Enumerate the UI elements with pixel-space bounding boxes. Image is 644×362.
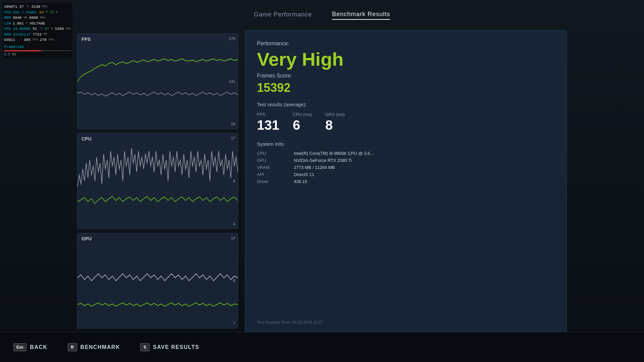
api-sys-key: API [257, 172, 287, 177]
gpu-chart: GPU 14 8 7 [77, 233, 238, 328]
lim-label: LIM [4, 21, 11, 26]
back-label: BACK [30, 344, 47, 350]
driver-sys-key: Driver [257, 179, 287, 184]
gpu-model-label: 2080Ti [4, 4, 17, 10]
frametime-label: Frametime [4, 44, 24, 50]
cpu-temp-val: 51 [33, 26, 37, 32]
tab-game-performance[interactable]: Game Performance [254, 11, 312, 19]
cpu-metric-label: CPU (ms) [293, 112, 312, 117]
cpu-freq-val: 67 [45, 26, 49, 32]
system-info-grid: CPU · Intel(R) Core(TM) i9-9900K CPU @ 3… [257, 151, 555, 184]
test-metrics: FPS 131 CPU (ms) 6 GPU (ms) 8 [257, 112, 555, 132]
performance-rating: Very High [257, 50, 555, 69]
fps2-main: 270 [40, 37, 47, 43]
cpu-chart-label: CPU [82, 136, 92, 141]
frametime-bar-fill [4, 50, 41, 51]
ram-value: 7723 [33, 32, 41, 38]
gpu-metric: GPU (ms) 8 [325, 112, 345, 132]
gpu-mhz: 2130 [32, 4, 40, 10]
charts-panel: FPS 179 131 58 CPU 17 6 4 [77, 30, 238, 332]
test-results-label: Test results (average): [257, 102, 555, 107]
frames-score-value: 15392 [257, 81, 555, 95]
fps-main: 305 [24, 37, 31, 43]
gpu-temp-unit: °C [26, 5, 30, 9]
cpu-use-label: CPU Use / Power [4, 10, 37, 15]
test-session-time: Test Session Time: 06.09.2019 10:27 [257, 320, 323, 325]
cpu-sys-key: CPU [257, 151, 287, 156]
gpu-metric-value: 8 [325, 118, 345, 132]
lim-value: 1.081 [13, 21, 24, 26]
benchmark-label: BENCHMARK [80, 344, 120, 350]
fps-metric-label: FPS [257, 112, 279, 117]
cpu-mhz-val: 5200 [55, 26, 64, 32]
fps-chart: FPS 179 131 58 [77, 34, 238, 129]
mem-value: 3846 [13, 15, 21, 21]
ram-label: RAM 4133CL17 [4, 32, 31, 38]
fps-chart-svg [77, 34, 238, 129]
back-key: Esc [13, 343, 26, 351]
fps-chart-label: FPS [82, 37, 91, 42]
benchmark-button[interactable]: R BENCHMARK [68, 343, 120, 351]
main-content: FPS 179 131 58 CPU 17 6 4 [77, 30, 567, 332]
gpu-sys-val: NVIDIA GeForce RTX 2080 Ti [294, 158, 555, 163]
tab-benchmark-results[interactable]: Benchmark Results [332, 11, 390, 20]
gpu-metric-label: GPU (ms) [325, 112, 345, 117]
gpu-sys-key: GPU [257, 158, 287, 163]
driver-sys-val: 436.15 [294, 179, 555, 184]
d3d11-label: D3D11 [4, 37, 15, 43]
api-sys-val: DirectX 11 [294, 172, 555, 177]
mem2-value: 8000 [29, 15, 38, 21]
cpu-use-pct: 94 [39, 10, 44, 15]
results-panel: Performance: Very High Frames Score: 153… [245, 30, 567, 332]
save-label: SAVE RESULTS [153, 344, 199, 350]
cpu-chart: CPU 17 6 4 [77, 133, 238, 229]
cpu-model-label: CPU i9-9900K [4, 26, 31, 32]
save-results-button[interactable]: S SAVE RESULTS [140, 343, 199, 351]
system-info-label: System Info: [257, 141, 555, 147]
top-navigation: Game Performance Benchmark Results [0, 0, 644, 30]
back-button[interactable]: Esc BACK [13, 343, 48, 351]
frametime-bar [4, 50, 71, 51]
fps-metric: FPS 131 [257, 112, 279, 132]
fps-metric-value: 131 [257, 118, 279, 132]
vram-sys-key: VRAM [257, 165, 287, 170]
performance-label: Performance: [257, 41, 555, 47]
voltage-label: VOLTAGE [30, 21, 45, 26]
gpu-chart-label: GPU [82, 236, 92, 241]
cpu-sys-val: Intel(R) Core(TM) i9-9900K CPU @ 3.6... [294, 151, 555, 156]
save-key: S [140, 343, 150, 351]
bottom-bar: Esc BACK R BENCHMARK S SAVE RESULTS [0, 332, 644, 362]
cpu-chart-svg [77, 133, 238, 228]
gpu-chart-svg [77, 233, 238, 328]
hw-monitor-overlay: 2080Ti 37 °C 2130 MHz CPU Use / Power 94… [3, 3, 72, 58]
frames-score-label: Frames Score: [257, 73, 555, 79]
gpu-temp: 37 [19, 4, 24, 10]
gpu-mhz-unit: MHz [42, 5, 48, 9]
mem-label: MEM [4, 15, 11, 21]
frametime-value: 3.2 ms [4, 52, 71, 57]
cpu-metric: CPU (ms) 6 [293, 112, 312, 132]
cpu-metric-value: 6 [293, 118, 312, 132]
vram-sys-val: 2773 MB / 11264 MB [294, 165, 555, 170]
cpu-power-pct: 72 [50, 10, 54, 15]
benchmark-key: R [68, 343, 77, 351]
